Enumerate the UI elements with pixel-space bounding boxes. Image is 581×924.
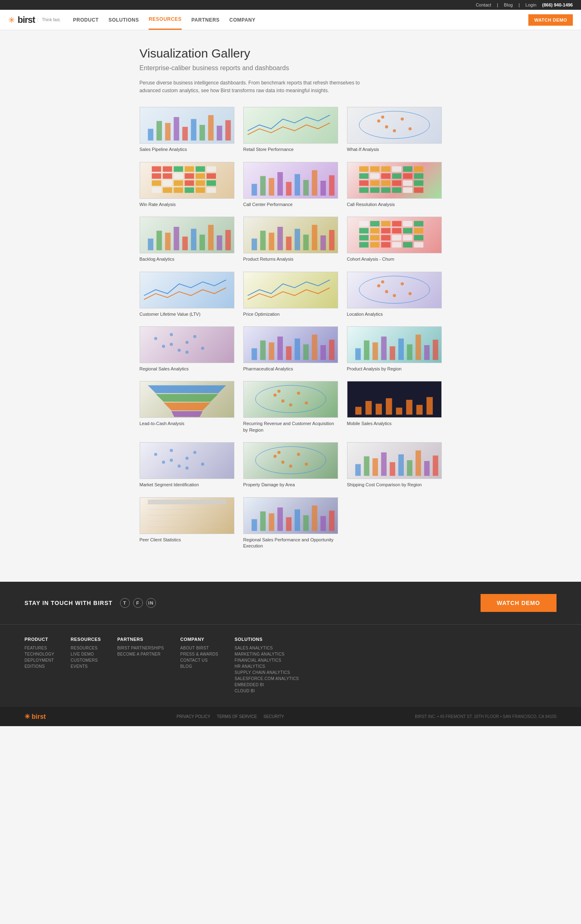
footer-col-link[interactable]: SALES ANALYTICS: [234, 646, 299, 650]
footer-col-link[interactable]: CUSTOMERS: [71, 658, 101, 663]
nav-partners[interactable]: PARTNERS: [191, 11, 220, 29]
svg-rect-53: [381, 166, 390, 171]
footer-col-link[interactable]: EVENTS: [71, 664, 101, 669]
footer-col-link[interactable]: LIVE DEMO: [71, 652, 101, 656]
footer-bottom-link[interactable]: PRIVACY POLICY: [177, 714, 210, 719]
gallery-item[interactable]: Win Rate Analysis: [140, 162, 234, 208]
svg-rect-102: [370, 228, 379, 233]
footer-col-link[interactable]: FEATURES: [24, 646, 54, 650]
footer-col-link[interactable]: DEPLOYMENT: [24, 658, 54, 663]
footer-col-link[interactable]: HR ANALYTICS: [234, 664, 299, 669]
svg-rect-207: [252, 519, 257, 531]
nav-solutions[interactable]: SOLUTIONS: [109, 11, 139, 29]
gallery-item-label: Market Segment Identification: [140, 482, 234, 488]
nav-resources[interactable]: RESOURCES: [149, 10, 182, 30]
footer-col-link[interactable]: SALESFORCE.COM ANALYTICS: [234, 676, 299, 681]
footer-col-link[interactable]: EMBEDDED BI: [234, 682, 299, 687]
nav-product[interactable]: PRODUCT: [73, 11, 99, 29]
gallery-item[interactable]: Peer Client Statistics: [140, 497, 234, 550]
gallery-item[interactable]: Price Optimization: [243, 272, 338, 317]
stay-in-touch-label: STAY IN TOUCH WITH BIRST: [24, 600, 113, 606]
svg-rect-17: [151, 166, 161, 171]
logo-text: birst: [18, 15, 35, 25]
divider: |: [519, 2, 520, 7]
footer-col-link[interactable]: SUPPLY CHAIN ANALYTICS: [234, 670, 299, 675]
gallery-item[interactable]: Backlog Analytics: [140, 217, 234, 262]
gallery-item[interactable]: Location Analytics: [347, 272, 442, 317]
contact-link[interactable]: Contact: [476, 2, 491, 7]
gallery-item[interactable]: Shipping Cost Comparison by Region: [347, 442, 442, 488]
gallery-item[interactable]: Regional Sales Performance and Opportuni…: [243, 497, 338, 550]
nav-company[interactable]: COMPANY: [229, 11, 256, 29]
gallery-item-label: Sales Pipeline Analytics: [140, 146, 234, 153]
footer-col-link[interactable]: PRESS & AWARDS: [180, 652, 218, 656]
svg-point-122: [401, 282, 404, 285]
gallery-item[interactable]: Lead-to-Cash Analysis: [140, 381, 234, 433]
svg-rect-211: [286, 517, 291, 531]
svg-rect-85: [252, 239, 257, 250]
gallery-item[interactable]: Pharmaceutical Analytics: [243, 326, 338, 372]
gallery-item[interactable]: What-If Analysis: [347, 107, 442, 153]
gallery-item[interactable]: Recurring Revenue and Customer Acquisiti…: [243, 381, 338, 433]
footer-watch-demo-button[interactable]: WATCH DEMO: [481, 594, 557, 612]
svg-point-180: [193, 451, 196, 454]
footer-col-link[interactable]: FINANCIAL ANALYTICS: [234, 658, 299, 663]
gallery-item[interactable]: Call Resolution Analysis: [347, 162, 442, 208]
gallery-item[interactable]: Property Damage by Area: [243, 442, 338, 488]
gallery-item[interactable]: Retail Store Performance: [243, 107, 338, 153]
svg-rect-60: [392, 173, 401, 179]
footer-col-link[interactable]: MARKETING ANALYTICS: [234, 652, 299, 656]
footer-col-link[interactable]: RESOURCES: [71, 646, 101, 650]
footer-col-link[interactable]: CONTACT US: [180, 658, 218, 663]
svg-rect-86: [260, 231, 265, 250]
footer-col-link[interactable]: ABOUT BIRST: [180, 646, 218, 650]
svg-rect-87: [269, 233, 274, 250]
svg-rect-80: [191, 229, 196, 250]
gallery-item-label: Retail Store Performance: [243, 146, 338, 153]
footer-bottom-link[interactable]: SECURITY: [263, 714, 284, 719]
linkedin-icon[interactable]: in: [146, 598, 156, 608]
svg-rect-66: [392, 180, 401, 186]
gallery-item[interactable]: Sales Pipeline Analytics: [140, 107, 234, 153]
gallery-item[interactable]: Market Segment Identification: [140, 442, 234, 488]
svg-rect-18: [163, 166, 172, 171]
svg-point-15: [381, 116, 384, 119]
svg-point-11: [377, 120, 380, 123]
footer-logo: ✳ birst: [24, 713, 46, 720]
svg-point-13: [401, 117, 404, 121]
gallery-item-label: Product Analysis by Region: [347, 366, 442, 372]
twitter-icon[interactable]: t: [120, 598, 130, 608]
nav-watch-demo-button[interactable]: WATCH DEMO: [528, 14, 573, 26]
logo-area[interactable]: ✳ birst Think fast.: [8, 15, 61, 25]
svg-rect-58: [370, 173, 379, 179]
svg-point-183: [185, 467, 189, 470]
footer-col-link[interactable]: BLOG: [180, 664, 218, 669]
svg-point-184: [255, 447, 326, 474]
gallery-item[interactable]: Product Returns Analysis: [243, 217, 338, 262]
footer-col-link[interactable]: CLOUD BI: [234, 689, 299, 693]
svg-rect-105: [403, 228, 412, 233]
gallery-item[interactable]: Customer Lifetime Value (LTV): [140, 272, 234, 317]
gallery-item[interactable]: Mobile Sales Analytics: [347, 381, 442, 433]
svg-rect-48: [312, 170, 317, 195]
svg-point-186: [281, 461, 285, 464]
gallery-item[interactable]: Product Analysis by Region: [347, 326, 442, 372]
gallery-item[interactable]: Cohort Analysis - Churn: [347, 217, 442, 262]
footer-col-link[interactable]: BIRST PARTNERSHIPS: [117, 646, 164, 650]
gallery-item[interactable]: Call Center Performance: [243, 162, 338, 208]
footer-col-link[interactable]: EDITIONS: [24, 664, 54, 669]
footer-bottom-link[interactable]: TERMS OF SERVICE: [217, 714, 257, 719]
svg-rect-167: [355, 407, 361, 415]
blog-link[interactable]: Blog: [504, 2, 513, 7]
gallery-item[interactable]: Regional Sales Analytics: [140, 326, 234, 372]
footer-column: SOLUTIONSSALES ANALYTICSMARKETING ANALYT…: [234, 637, 299, 695]
svg-rect-199: [424, 461, 429, 476]
svg-rect-216: [329, 510, 334, 531]
footer-col-link[interactable]: TECHNOLOGY: [24, 652, 54, 656]
svg-rect-55: [403, 166, 412, 171]
svg-rect-28: [206, 173, 216, 179]
facebook-icon[interactable]: f: [133, 598, 143, 608]
login-link[interactable]: Login: [525, 2, 536, 7]
svg-rect-94: [329, 230, 334, 250]
footer-col-link[interactable]: BECOME A PARTNER: [117, 652, 164, 656]
